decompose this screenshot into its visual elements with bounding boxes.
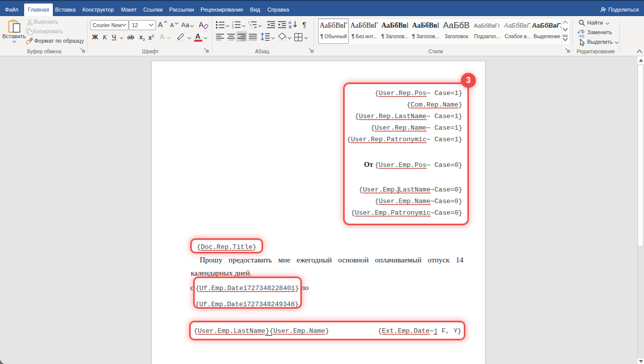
svg-text:3: 3 <box>232 26 234 29</box>
svg-text:Я: Я <box>289 25 292 29</box>
svg-text:i: i <box>251 26 252 29</box>
svg-text:c: c <box>582 33 585 38</box>
